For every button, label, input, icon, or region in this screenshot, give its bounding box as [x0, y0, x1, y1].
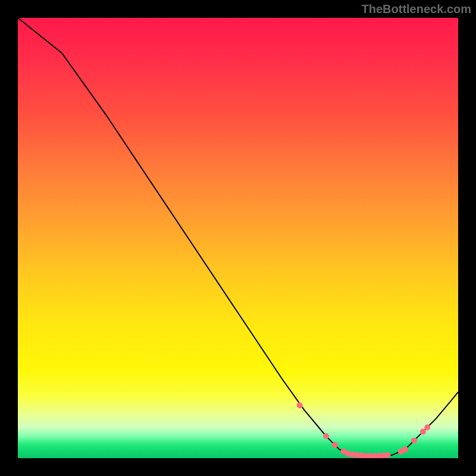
chart-marker-point — [385, 452, 391, 458]
chart-marker-point — [297, 402, 303, 408]
watermark-text: TheBottleneck.com — [362, 2, 471, 16]
chart-plot-area — [18, 18, 458, 458]
chart-marker-point — [424, 424, 430, 430]
chart-markers — [297, 402, 431, 458]
chart-marker-point — [420, 429, 426, 435]
chart-marker-point — [402, 446, 408, 452]
chart-marker-point — [323, 433, 329, 439]
chart-overlay — [18, 18, 458, 458]
chart-marker-point — [332, 442, 338, 448]
chart-marker-point — [411, 437, 417, 443]
chart-curve — [18, 18, 458, 456]
